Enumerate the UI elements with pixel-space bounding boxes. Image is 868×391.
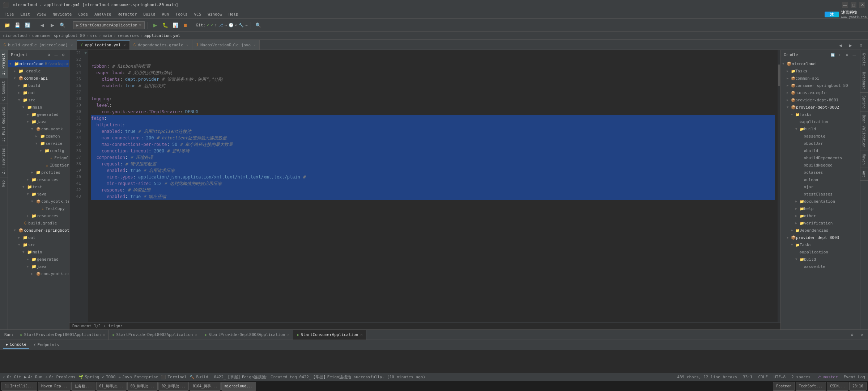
tab-dependencies-gradle-close[interactable]: ✕ <box>186 43 188 47</box>
status-branch[interactable]: ⎇ master <box>816 375 838 379</box>
tree-item-build[interactable]: ▶ 📁 build <box>8 82 69 89</box>
tree-item-consumer-package[interactable]: ▶ 📦 com.yootk.consumer <box>8 270 69 277</box>
gradle-item-build-8003[interactable]: ▼ 📁 build <box>781 256 860 263</box>
gradle-item-build[interactable]: ⚙ build <box>781 147 860 154</box>
menu-tools[interactable]: Tools <box>173 11 190 17</box>
menu-build[interactable]: Build <box>140 11 158 17</box>
menu-file[interactable]: File <box>1 11 17 17</box>
run-tab-consumer[interactable]: ▶ StartConsumerApplication ✕ <box>293 330 366 340</box>
run-tab-8003-close[interactable]: ✕ <box>287 333 289 337</box>
save-button[interactable]: 💾 <box>13 21 22 30</box>
gradle-item-other[interactable]: ▶ 📁 other <box>781 212 860 219</box>
gradle-item-provider-8003[interactable]: ▼ 📦 provider-dept-8003 <box>781 234 860 241</box>
gradle-refresh-button[interactable]: 🔄 <box>830 52 835 58</box>
tab-settings[interactable]: ⚙ <box>856 41 865 50</box>
tab-scroll-left[interactable]: ◀ <box>836 41 845 50</box>
gradle-item-dependencies[interactable]: ▶ 📁 Dependencies <box>781 227 860 234</box>
tree-item-service[interactable]: ▼ 📁 service <box>8 140 69 147</box>
breadcrumb-src[interactable]: src <box>90 33 97 38</box>
menu-analyze[interactable]: Analyze <box>92 11 114 17</box>
right-tab-gradle[interactable]: Gradle <box>860 50 868 69</box>
gradle-item-clean[interactable]: ⚙ clean <box>781 176 860 183</box>
tree-item-java-test[interactable]: ▼ 📁 java <box>8 190 69 198</box>
run-config-selector[interactable]: ▶ StartConsumerApplication ▼ <box>73 21 145 29</box>
refresh-button[interactable]: 🔄 <box>23 21 32 30</box>
gradle-item-jar[interactable]: ⚙ jar <box>781 183 860 190</box>
tree-item-consumer-java[interactable]: ▼ 📁 java <box>8 263 69 270</box>
run-panel-close[interactable]: ✕ <box>858 331 867 339</box>
run-tab-8001-close[interactable]: ✕ <box>103 333 105 337</box>
tree-item-generated[interactable]: ▶ 📁 generated <box>8 111 69 118</box>
run-tab-8002-close[interactable]: ✕ <box>195 333 197 337</box>
gradle-item-provider-8001[interactable]: ▶ 📦 provider-dept-8001 <box>781 96 860 104</box>
gradle-item-tasks-root[interactable]: ▶ 📁 Tasks <box>781 67 860 75</box>
gradle-item-bootjar[interactable]: ⚙ bootJar <box>781 140 860 147</box>
status-enterprise[interactable]: ☕ Java Enterprise <box>118 375 158 379</box>
tree-item-test[interactable]: ▼ 📁 test <box>8 183 69 190</box>
maximize-button[interactable]: □ <box>851 2 856 8</box>
gradle-item-tasks-8002[interactable]: ▼ 📁 Tasks <box>781 111 860 118</box>
left-tab-commit[interactable]: 0: Commit <box>0 78 8 104</box>
tree-item-feign-config[interactable]: ☕ FeignConfig <box>8 154 69 161</box>
tree-item-profiles[interactable]: ▶ 📁 profiles <box>8 169 69 176</box>
menu-vcs[interactable]: VCS <box>191 11 204 17</box>
gradle-expand-button[interactable]: + <box>837 52 843 58</box>
right-tab-bean-validation[interactable]: Bean Validation <box>860 112 868 151</box>
left-tab-web[interactable]: Web <box>0 177 8 190</box>
gradle-item-classes[interactable]: ⚙ classes <box>781 169 860 176</box>
taskbar-maven[interactable]: Maven Rep... <box>38 382 71 391</box>
gradle-item-testclasses[interactable]: ⚙ testClasses <box>781 190 860 198</box>
status-git[interactable]: ⑁ 6: Git <box>3 375 21 379</box>
taskbar-csdn[interactable]: CSDN... <box>827 382 848 391</box>
tree-item-consumer-main[interactable]: ▼ 📁 main <box>8 248 69 256</box>
tree-item-gradle-folder[interactable]: ▶ 📁 .gradle <box>8 67 69 75</box>
tab-scroll-right[interactable]: ▶ <box>846 41 855 50</box>
taskbar-postman[interactable]: Postman <box>773 382 795 391</box>
status-problems[interactable]: ⚠ 6: Problems <box>45 375 75 379</box>
run-panel-settings[interactable]: ⚙ <box>848 331 856 339</box>
editor-scrollbar[interactable] <box>778 50 780 322</box>
taskbar-task5[interactable]: 0164_脚手... <box>190 382 221 391</box>
status-indent[interactable]: 2 spaces <box>791 375 810 379</box>
taskbar-task3[interactable]: 03_脚手架... <box>127 382 158 391</box>
taskbar-techsoft[interactable]: TechSoft... <box>796 382 826 391</box>
run-tab-8001[interactable]: ▶ StartProviderDept8001Application ✕ <box>17 330 109 340</box>
bottom-tab-endpoints[interactable]: ⚡ Endpoints <box>31 341 62 349</box>
close-button[interactable]: ✕ <box>859 2 865 8</box>
tree-item-consumer-src[interactable]: ▼ 📁 src <box>8 241 69 248</box>
breadcrumb-microcloud[interactable]: microcloud <box>3 33 27 38</box>
gradle-item-verification[interactable]: ▶ 📁 verification <box>781 219 860 227</box>
tree-item-test-copy[interactable]: ☕ TestCopy <box>8 205 69 212</box>
menu-run[interactable]: Run <box>159 11 172 17</box>
left-tab-project[interactable]: 1: Project <box>0 50 8 78</box>
left-tab-favorites[interactable]: 2: Favorites <box>0 145 8 177</box>
gradle-item-help[interactable]: ▶ 📁 help <box>781 205 860 212</box>
tree-item-src[interactable]: ▼ 📁 src <box>8 96 69 104</box>
tree-item-com-yootk[interactable]: ▼ 📦 com.yootk <box>8 125 69 133</box>
tree-item-idept-service[interactable]: ☕ IDeptService <box>8 161 69 169</box>
menu-navigate[interactable]: Navigate <box>50 11 75 17</box>
gradle-settings-button[interactable]: ⚙ <box>844 52 850 58</box>
tree-item-java-main[interactable]: ▼ 📁 java <box>8 118 69 125</box>
tree-item-consumer-80[interactable]: ▼ 📦 consumer-springboot-80 <box>8 227 69 234</box>
breadcrumb-consumer[interactable]: consumer-springboot-80 <box>32 33 85 38</box>
status-position[interactable]: 33:1 <box>743 375 753 379</box>
breadcrumb-resources[interactable]: resources <box>118 33 139 38</box>
menu-edit[interactable]: Edit <box>18 11 33 17</box>
gradle-item-tasks-8003[interactable]: ▼ 📁 Tasks <box>781 241 860 248</box>
gradle-item-provider-8002[interactable]: ▼ 📦 provider-dept-8002 <box>781 104 860 111</box>
tree-item-resources-test[interactable]: ▶ 📁 resources <box>8 212 69 219</box>
code-editor[interactable]: 21 22 23 24 25 26 27 28 29 30 31 32 33 3… <box>69 50 780 322</box>
status-spring[interactable]: 🌱 Spring <box>78 375 99 379</box>
right-tab-ant[interactable]: Ant <box>860 168 868 181</box>
gradle-item-common-api[interactable]: ▶ 📦 common-api <box>781 75 860 82</box>
run-tab-consumer-close[interactable]: ✕ <box>360 333 362 337</box>
status-todo[interactable]: ✓ TODO <box>102 375 115 379</box>
bottom-tab-console[interactable]: ▶ Console <box>3 341 29 349</box>
stop-button[interactable]: ⏹ <box>181 21 190 30</box>
tree-item-build-gradle[interactable]: G build.gradle <box>8 219 69 227</box>
back-button[interactable]: ◀ <box>38 21 47 30</box>
left-tab-pull-requests[interactable]: 3: Pull Requests <box>0 104 8 144</box>
right-tab-database[interactable]: Database <box>860 69 868 93</box>
sidebar-collapse-button[interactable]: — <box>53 52 59 58</box>
